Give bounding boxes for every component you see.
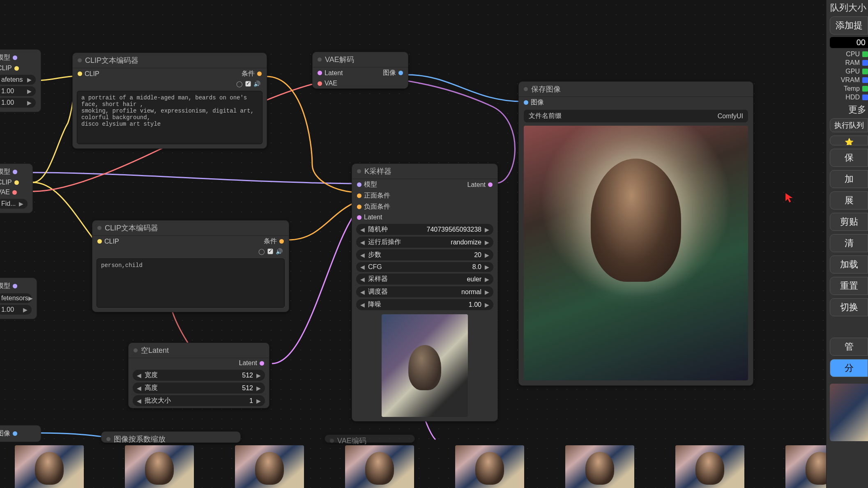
- output-port-latent[interactable]: [488, 182, 493, 187]
- node-vae-encode-partial[interactable]: VAE编码: [325, 435, 415, 443]
- node-title[interactable]: 图像按系数缩放: [101, 432, 240, 447]
- node-loader-low-partial[interactable]: 模型 fetensors▶ 1.00▶: [0, 278, 37, 319]
- prompt-textarea[interactable]: a portrait of a middle-aged man, beards …: [77, 91, 262, 144]
- more-label[interactable]: 更多: [827, 104, 868, 116]
- meter-label: Temp: [844, 85, 860, 92]
- node-title[interactable]: VAE解码: [313, 52, 408, 67]
- node-clip-text-encode-positive[interactable]: CLIP文本编码器 CLIP 条件 ◯ 🔊 a portrait of a mi…: [72, 53, 267, 149]
- node-image-out-partial[interactable]: 图像: [0, 425, 41, 442]
- node-vae-decode[interactable]: VAE解码 Latent 图像 VAE: [312, 52, 408, 89]
- checkbox-icon[interactable]: [245, 81, 251, 87]
- widget-cfg[interactable]: ◀CFG8.0▶: [356, 262, 493, 272]
- widget-seed[interactable]: ◀随机种740739565093238▶: [356, 224, 493, 235]
- vram-meter-icon: [862, 77, 868, 83]
- input-port-latent[interactable]: [318, 71, 322, 75]
- param-2[interactable]: 1.00▶: [0, 98, 36, 108]
- node-loader-mid-partial[interactable]: 模型 CLIP VAE Fid...▶: [0, 163, 33, 213]
- sidebar-button[interactable]: 重置: [830, 277, 868, 295]
- star-button[interactable]: ⭐: [830, 136, 868, 145]
- slot-label: 图像: [531, 98, 544, 107]
- image-history-strip[interactable]: [0, 445, 823, 488]
- node-checkpoint-loader-partial[interactable]: 模型 CLIP afetens▶ 1.00▶ 1.00▶: [0, 49, 41, 112]
- history-thumb[interactable]: [235, 445, 304, 488]
- input-port-negative[interactable]: [357, 205, 361, 209]
- node-clip-text-encode-negative[interactable]: CLIP文本编码器 CLIP 条件 ◯ 🔊 person,child: [92, 220, 289, 312]
- input-port-image[interactable]: [524, 100, 528, 105]
- input-port-latent[interactable]: [357, 215, 361, 220]
- node-title[interactable]: 空Latent: [129, 343, 269, 358]
- ram-meter-icon: [862, 60, 868, 66]
- widget-sampler[interactable]: ◀采样器euler▶: [356, 274, 493, 285]
- sidebar-button[interactable]: 加: [830, 170, 868, 188]
- collapse-dot-icon[interactable]: [318, 58, 322, 62]
- widget-after-generate[interactable]: ◀运行后操作randomize▶: [356, 237, 493, 248]
- add-prompt-button[interactable]: 添加提: [830, 16, 868, 35]
- file-dropdown[interactable]: Fid...▶: [0, 199, 28, 209]
- collapse-dot-icon[interactable]: [106, 437, 111, 441]
- widget-scheduler[interactable]: ◀调度器normal▶: [356, 286, 493, 297]
- output-port-conditioning[interactable]: [279, 239, 284, 244]
- node-image-scale-partial[interactable]: 图像按系数缩放: [101, 431, 241, 443]
- history-thumb[interactable]: [675, 445, 744, 488]
- collapse-dot-icon[interactable]: [134, 348, 138, 352]
- node-title[interactable]: CLIP文本编码器: [92, 221, 289, 236]
- speaker-icon[interactable]: 🔊: [276, 248, 282, 255]
- param-1[interactable]: 1.00▶: [0, 86, 36, 96]
- input-port-positive[interactable]: [357, 193, 361, 198]
- input-port-vae[interactable]: [318, 81, 322, 86]
- circle-icon[interactable]: ◯: [258, 248, 265, 255]
- node-save-image[interactable]: 保存图像 图像 文件名前缀 ComfyUI: [518, 81, 753, 386]
- widget-batch[interactable]: ◀批次大小1▶: [133, 395, 265, 406]
- cpu-meter-icon: [862, 51, 868, 57]
- slot-label: 条件: [242, 69, 255, 78]
- node-title[interactable]: VAE编码: [325, 435, 414, 447]
- output-port-image[interactable]: [398, 71, 403, 75]
- collapse-dot-icon[interactable]: [78, 58, 82, 62]
- history-thumb[interactable]: [455, 445, 524, 488]
- output-port-latent[interactable]: [260, 361, 264, 366]
- history-thumb[interactable]: [15, 445, 84, 488]
- node-title[interactable]: K采样器: [352, 164, 497, 179]
- speaker-icon[interactable]: 🔊: [253, 81, 260, 87]
- cursor-icon: [785, 192, 795, 203]
- node-title[interactable]: CLIP文本编码器: [73, 53, 267, 68]
- sidebar-button[interactable]: 加载: [830, 256, 868, 274]
- manager-button[interactable]: 管: [830, 338, 868, 356]
- output-port-conditioning[interactable]: [257, 71, 262, 76]
- history-thumb[interactable]: [565, 445, 634, 488]
- share-button[interactable]: 分: [830, 359, 868, 377]
- meter-label: RAM: [845, 59, 860, 67]
- sidebar-preview-thumb[interactable]: [830, 384, 868, 441]
- checkbox-icon[interactable]: [267, 249, 273, 254]
- sidebar-button[interactable]: 剪贴: [830, 213, 868, 231]
- widget-width[interactable]: ◀宽度512▶: [133, 370, 265, 381]
- input-port-clip[interactable]: [97, 239, 102, 244]
- prompt-textarea[interactable]: person,child: [97, 258, 285, 308]
- exec-queue-button[interactable]: 执行队列: [830, 118, 868, 132]
- collapse-dot-icon[interactable]: [357, 169, 361, 173]
- sidebar-button[interactable]: 清: [830, 234, 868, 252]
- node-empty-latent[interactable]: 空Latent Latent ◀宽度512▶ ◀高度512▶ ◀批次大小1▶: [128, 343, 269, 408]
- widget-denoise[interactable]: ◀降噪1.00▶: [356, 299, 493, 310]
- input-port-model[interactable]: [357, 182, 361, 187]
- sidebar-button[interactable]: 展: [830, 191, 868, 209]
- ckpt-dropdown[interactable]: afetens▶: [0, 75, 36, 85]
- widget-steps[interactable]: ◀步数20▶: [356, 249, 493, 260]
- input-port-clip[interactable]: [78, 71, 82, 76]
- output-image[interactable]: [524, 126, 748, 380]
- widget-height[interactable]: ◀高度512▶: [133, 382, 265, 394]
- node-ksampler[interactable]: K采样器 模型 Latent 正面条件 负面条件 Latent ◀随机种7407…: [352, 163, 498, 421]
- file-dropdown-2[interactable]: fetensors▶: [0, 293, 32, 303]
- filename-prefix-field[interactable]: 文件名前缀 ComfyUI: [524, 110, 748, 122]
- history-thumb[interactable]: [345, 445, 414, 488]
- collapse-dot-icon[interactable]: [97, 226, 101, 230]
- sidebar-button[interactable]: 切换: [830, 298, 868, 316]
- node-title[interactable]: 保存图像: [519, 82, 753, 97]
- collapse-dot-icon[interactable]: [524, 87, 528, 91]
- circle-icon[interactable]: ◯: [236, 81, 243, 87]
- param-low[interactable]: 1.00▶: [0, 305, 32, 315]
- sidebar-button[interactable]: 保: [830, 149, 868, 167]
- ksampler-preview-image: [382, 314, 468, 417]
- collapse-dot-icon[interactable]: [330, 439, 334, 443]
- history-thumb[interactable]: [125, 445, 194, 488]
